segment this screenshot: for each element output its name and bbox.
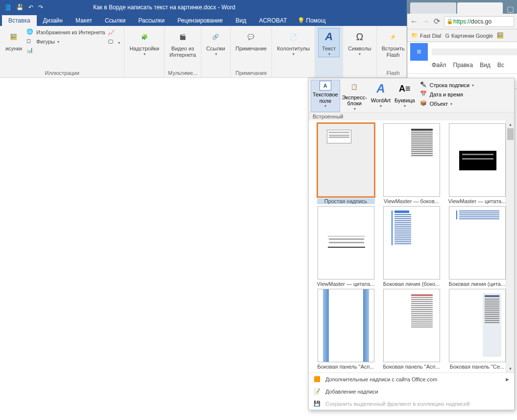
docs-menu-insert[interactable]: Вс [497, 62, 504, 73]
addins-button[interactable]: 🧩 Надстройки▾ [127, 28, 161, 57]
omega-icon: Ω [352, 29, 368, 45]
bookmarks-bar: 📁Fast Dial GКартинки Google 🖼️ [407, 29, 517, 42]
smartart-button[interactable]: 📊 [25, 47, 106, 55]
chart-icon: 📈 [108, 29, 116, 37]
qat-undo-icon[interactable]: ↶ [28, 4, 33, 11]
group-symbols: Ω Символы▾ [343, 26, 377, 77]
office-icon: 🟧 [314, 376, 320, 382]
bookmark-item[interactable]: 🖼️ [497, 32, 504, 39]
scroll-down-icon[interactable]: ▼ [506, 365, 514, 373]
links-button[interactable]: 🔗 Ссылки▾ [204, 28, 227, 57]
screenshot-icon: 🖵 [108, 39, 116, 47]
group-label: Мультиме... [168, 69, 198, 77]
gallery-item[interactable]: ViewMaster — цитата... [446, 123, 509, 204]
gallery-item[interactable]: Боковая панель "Се... [446, 289, 509, 370]
docs-title-placeholder[interactable] [432, 48, 517, 55]
gallery-item[interactable]: ViewMaster — цитата... [315, 206, 377, 287]
tab-maket[interactable]: Макет [69, 15, 98, 26]
tab-recenz[interactable]: Рецензирование [171, 15, 229, 26]
bulb-icon: 💡 [297, 17, 305, 24]
google-icon: G [445, 33, 449, 39]
back-icon[interactable]: ← [410, 17, 418, 26]
window-title: Как в Ворде написать текст на картинке.d… [88, 4, 427, 11]
reload-icon[interactable]: ⟳ [434, 17, 440, 26]
tab-ssylki[interactable]: Ссылки [98, 15, 132, 26]
store-icon: 🧩 [137, 29, 152, 45]
scroll-thumb[interactable] [507, 128, 514, 140]
text-icon: A [321, 29, 337, 45]
tab-vstavka[interactable]: Вставка [2, 15, 37, 26]
signature-line-button[interactable]: ✒️Строка подписи▾ [419, 81, 475, 90]
pictures-button[interactable]: 🖼️ исунки [3, 28, 25, 53]
textbox-gallery: Простая надпись ViewMaster — боков... Vi… [309, 120, 514, 373]
flash-button[interactable]: ⚡ Встроить Flash [380, 28, 407, 59]
chrome-tab[interactable] [410, 2, 456, 14]
textbox-dropdown-panel: A Текстовое поле▾ 📋 Экспресс- блоки▾ A W… [308, 78, 515, 410]
document-area[interactable] [0, 78, 309, 420]
tab-vid[interactable]: Вид [229, 15, 253, 26]
gallery-footer: 🟧 Дополнительные надписи с сайта Office.… [309, 373, 514, 410]
bookmark-fastdial[interactable]: 📁Fast Dial [411, 32, 441, 39]
online-pictures-button[interactable]: 🌐Изображения из Интернета [25, 28, 106, 37]
quickparts-button[interactable]: 📋 Экспресс- блоки▾ [340, 80, 369, 112]
tell-me-help[interactable]: 💡Помощ [294, 15, 330, 26]
bookmark-google-images[interactable]: GКартинки Google [445, 33, 493, 39]
chrome-tab-active[interactable] [457, 2, 503, 14]
dropcap-icon: A≡ [397, 81, 413, 96]
qat-save-icon[interactable]: 💾 [16, 4, 24, 11]
symbols-button[interactable]: Ω Символы▾ [346, 28, 373, 57]
datetime-button[interactable]: 📅Дата и время [419, 90, 475, 99]
comment-button[interactable]: 💬 Примечание [234, 28, 269, 53]
gallery-item[interactable]: Боковая панель "Асп... [315, 289, 377, 370]
online-video-button[interactable]: 🎬 Видео из Интернета [168, 28, 198, 59]
quickparts-icon: 📋 [346, 81, 362, 93]
chrome-toolbar: ← → ⟳ 🔒 https://docs.go [407, 14, 517, 29]
google-docs-icon[interactable]: ≡ [410, 43, 428, 61]
docs-menu-file[interactable]: Файл [432, 62, 446, 73]
new-tab-icon[interactable]: ▢ [504, 4, 517, 14]
docs-menu: Файл Правка Вид Вс [407, 62, 517, 73]
comment-icon: 💬 [243, 29, 259, 45]
group-media: 🎬 Видео из Интернета Мультиме... [165, 26, 201, 77]
gallery-item[interactable]: ViewMaster — боков... [380, 123, 443, 204]
shapes-button[interactable]: ◻Фигуры▾ [25, 37, 106, 46]
scroll-up-icon[interactable]: ▲ [506, 120, 514, 128]
more-from-office-button[interactable]: 🟧 Дополнительные надписи с сайта Office.… [309, 373, 514, 385]
group-comments: 💬 Примечание Примечания [231, 26, 272, 77]
chart-button[interactable]: 📈 [107, 29, 121, 38]
docs-menu-edit[interactable]: Правка [453, 62, 473, 73]
picture-icon: 🖼️ [6, 29, 22, 45]
gallery-scrollbar[interactable]: ▲ ▼ [506, 120, 514, 373]
gallery-item[interactable]: Боковая линия (цита... [446, 206, 509, 287]
wordart-icon: A [373, 81, 389, 96]
forward-icon[interactable]: → [422, 17, 430, 26]
group-illustrations: 🖼️ исунки 🌐Изображения из Интернета ◻Фиг… [0, 26, 124, 77]
flash-icon: ⚡ [385, 29, 401, 45]
gallery-item[interactable]: Боковая линия (боко... [380, 206, 443, 287]
address-bar[interactable]: 🔒 https://docs.go [444, 16, 514, 27]
tab-acrobat[interactable]: ACROBAT [252, 15, 293, 26]
draw-textbox-button[interactable]: 📝 Добавление надписи [309, 385, 514, 397]
object-button[interactable]: 📦Объект▾ [419, 99, 475, 108]
gallery-item[interactable]: Боковая панель "Асп... [380, 289, 443, 370]
docs-menu-view[interactable]: Вид [480, 62, 491, 73]
headerfooter-button[interactable]: 📄 Колонтитулы▾ [275, 28, 312, 57]
object-icon: 📦 [420, 100, 428, 108]
tab-dizayn[interactable]: Дизайн [37, 15, 69, 26]
tab-rassylki[interactable]: Рассылки [132, 15, 171, 26]
group-headerfooter: 📄 Колонтитулы▾ [272, 26, 315, 77]
group-label: Примечания [234, 69, 269, 77]
shapes-icon: ◻ [26, 38, 34, 46]
textbox-button[interactable]: A Текстовое поле▾ [311, 80, 340, 112]
calendar-icon: 📅 [420, 91, 428, 98]
dropcap-button[interactable]: A≡ Буквица▾ [393, 80, 417, 112]
wordart-button[interactable]: A WordArt▾ [369, 80, 393, 112]
gallery-item-simple[interactable]: Простая надпись [315, 123, 377, 204]
textbox-icon: A [320, 81, 331, 91]
smartart-icon: 📊 [26, 47, 34, 55]
text-button[interactable]: A Текст▾ [318, 28, 340, 57]
text-subribbon: A Текстовое поле▾ 📋 Экспресс- блоки▾ A W… [309, 78, 514, 113]
screenshot-button[interactable]: 🖵▾ [107, 38, 121, 47]
group-label: Иллюстрации [3, 69, 121, 77]
qat-redo-icon[interactable]: ↷ [38, 4, 43, 11]
